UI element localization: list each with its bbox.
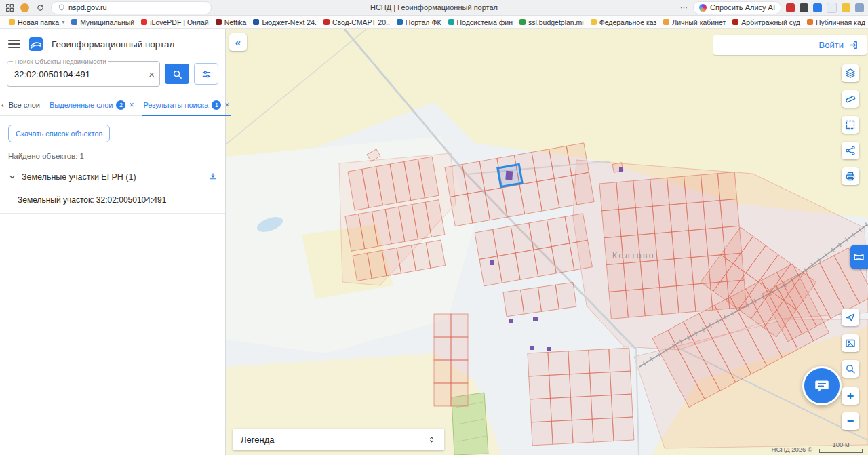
bookmark-item[interactable]: Личный кабинет — [660, 16, 729, 28]
zoom-out-button[interactable]: − — [842, 412, 859, 430]
legend-dropdown[interactable]: Легенда — [233, 429, 444, 450]
download-object-list-button[interactable]: Скачать список объектов — [8, 125, 110, 142]
bookmark-favicon — [732, 19, 738, 25]
yandex-extension-icon[interactable] — [786, 3, 795, 12]
clear-search-icon[interactable]: × — [149, 69, 155, 79]
bookmark-label: Муниципальный — [80, 18, 134, 26]
extensions-puzzle-icon[interactable] — [855, 3, 864, 12]
bookmark-item[interactable]: Публичная кад — [804, 16, 868, 28]
alice-icon — [699, 4, 707, 12]
search-input-label: Поиск Объекты недвижимости — [13, 58, 108, 65]
result-list-item[interactable]: Земельный участок: 32:02:0050104:491 — [0, 189, 225, 214]
translate-icon[interactable] — [827, 3, 837, 13]
bookmark-favicon — [663, 19, 669, 25]
chat-button[interactable] — [802, 366, 842, 405]
refresh-icon[interactable] — [35, 2, 45, 13]
bookmark-item[interactable]: Подсистема фин — [445, 16, 516, 28]
panorama-button[interactable] — [850, 245, 868, 269]
bookmark-favicon — [323, 19, 330, 25]
download-group-button[interactable] — [209, 171, 217, 183]
panorama-icon — [853, 252, 865, 263]
browser-profile-avatar[interactable] — [20, 3, 29, 12]
collapse-sidebar-button[interactable]: « — [229, 33, 247, 51]
my-location-button[interactable] — [842, 309, 859, 326]
bookmark-item[interactable]: Neftika — [212, 16, 250, 28]
login-icon — [848, 40, 859, 50]
found-objects-text: Найдено объектов: 1 — [0, 145, 225, 165]
bookmark-favicon — [807, 19, 813, 25]
highlighted-parcel[interactable] — [498, 164, 522, 186]
bookmark-label: Новая папка — [18, 18, 59, 26]
search-input[interactable]: Поиск Объекты недвижимости 32:02:0050104… — [7, 61, 160, 87]
window-title: НСПД | Геоинформационный портал — [203, 3, 665, 12]
bookmark-item[interactable]: Муниципальный — [68, 16, 138, 28]
sliders-icon — [201, 69, 212, 79]
login-label: Войти — [819, 40, 844, 50]
bookmark-favicon — [216, 19, 222, 25]
bookmark-item[interactable]: Новая папка▾ — [5, 16, 68, 28]
zoom-in-button[interactable]: + — [842, 387, 859, 405]
object-search-button[interactable] — [842, 360, 859, 378]
measure-button[interactable] — [842, 90, 859, 108]
site-security-icon — [58, 4, 65, 11]
layers-button[interactable] — [842, 64, 859, 82]
bookmark-item[interactable]: Арбитражный суд — [729, 16, 804, 28]
bookmark-item[interactable]: iLovePDF | Онлай — [138, 16, 212, 28]
bookmark-label: Публичная кад — [816, 18, 865, 26]
tab-label: Результаты поиска — [144, 101, 209, 109]
protect-icon[interactable] — [842, 3, 850, 12]
tab-label: Выделенные слои — [50, 101, 113, 109]
map-tools-top — [842, 64, 859, 185]
egrn-parcels-group[interactable]: Земельные участки ЕГРН (1) — [0, 165, 225, 189]
bookmark-label: Арбитражный суд — [741, 18, 800, 26]
share-icon — [845, 145, 856, 156]
bookmark-label: Личный кабинет — [672, 18, 726, 26]
bookmark-favicon — [141, 19, 147, 25]
more-icon[interactable]: ⋯ — [680, 3, 688, 12]
bookmark-item[interactable]: Свод-СМАРТ 20.. — [320, 16, 393, 28]
search-settings-button[interactable] — [194, 63, 218, 85]
login-button[interactable]: Войти — [713, 35, 867, 55]
bookmark-label: Портал ФК — [406, 18, 441, 26]
share-button[interactable] — [842, 142, 859, 159]
bookmark-favicon — [591, 19, 597, 25]
scale-label: 100 м — [832, 441, 849, 448]
search-button[interactable] — [165, 64, 189, 84]
alice-label: Спросить Алису AI — [710, 3, 775, 12]
basemap-gallery-button[interactable] — [842, 334, 859, 352]
address-bar[interactable]: nspd.gov.ru — [51, 1, 212, 14]
bookmark-favicon — [9, 19, 15, 25]
tab-close-icon[interactable]: × — [224, 100, 229, 110]
bookmark-label: Свод-СМАРТ 20.. — [332, 18, 390, 26]
bookmark-caret-icon: ▾ — [62, 19, 64, 25]
bookmark-item[interactable]: Бюджет-Next 24. — [250, 16, 320, 28]
tab-badge: 1 — [212, 100, 221, 110]
tab-close-icon[interactable]: × — [129, 100, 134, 110]
bookmark-item[interactable]: Федеральное каз — [587, 16, 660, 28]
bookmark-item[interactable]: Портал ФК — [393, 16, 445, 28]
group-title: Земельные участки ЕГРН (1) — [22, 172, 136, 182]
tab-label: Все слои — [9, 101, 40, 109]
print-button[interactable] — [842, 167, 859, 185]
tab-selected-layers[interactable]: Выделенные слои 2 × — [45, 95, 139, 115]
select-area-button[interactable] — [842, 116, 859, 134]
bookmark-label: Подсистема фин — [457, 18, 513, 26]
object-search-icon — [845, 363, 856, 374]
url-text: nspd.gov.ru — [68, 3, 107, 12]
hamburger-menu-icon[interactable] — [8, 40, 20, 48]
metrica-extension-icon[interactable] — [813, 3, 822, 12]
ruler-icon — [845, 94, 856, 104]
bookmark-item[interactable]: ssl.budgetplan.mi — [516, 16, 587, 28]
tab-grid-icon[interactable] — [4, 2, 15, 13]
search-icon — [172, 69, 182, 79]
collections-icon[interactable] — [800, 3, 808, 12]
alice-button[interactable]: Спросить Алису AI — [693, 1, 781, 14]
sidebar: Геоинформационный портал Поиск Объекты н… — [0, 29, 226, 455]
tab-search-results[interactable]: Результаты поиска 1 × — [139, 95, 235, 115]
print-icon — [845, 171, 856, 182]
bookmark-favicon — [448, 19, 454, 25]
scale-bar: НСПД 2026 © 100 м — [772, 441, 863, 453]
basemap[interactable]: Колтово — [226, 29, 868, 455]
tab-all-layers[interactable]: Все слои — [4, 95, 45, 115]
scale-ruler — [819, 449, 863, 453]
